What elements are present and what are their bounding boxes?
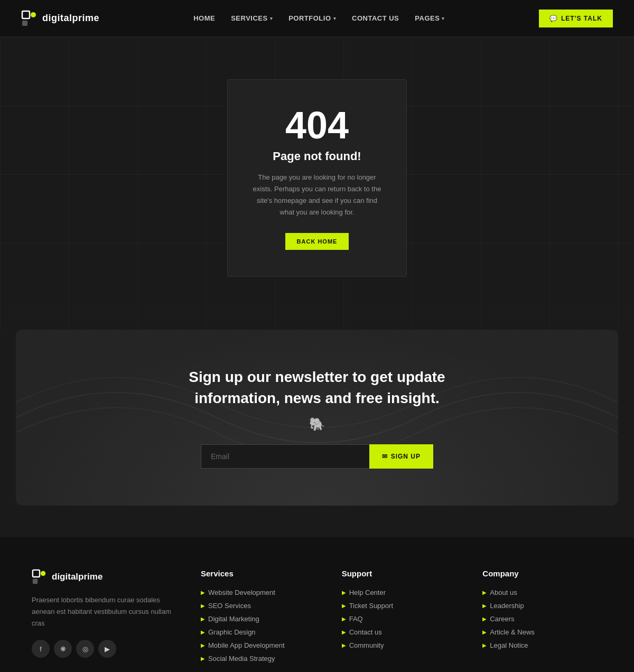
- arrow-icon: ▶: [482, 590, 487, 595]
- arrow-icon: ▶: [342, 616, 346, 622]
- svg-rect-2: [22, 21, 27, 26]
- header: digitalprime HOME SERVICES ▾ PORTFOLIO ▾…: [0, 0, 634, 37]
- footer-logo[interactable]: digitalprime: [32, 569, 180, 585]
- social-icons: f ❋ ◎ ▶: [32, 640, 180, 658]
- svg-point-1: [31, 12, 36, 17]
- footer-company-title: Company: [482, 569, 602, 578]
- logo-icon: [21, 10, 38, 27]
- arrow-icon: ▶: [342, 629, 346, 635]
- newsletter-section: Sign up our newsletter to get update inf…: [16, 330, 618, 505]
- nav-pages[interactable]: PAGES ▾: [415, 14, 445, 22]
- arrow-icon: ▶: [342, 590, 346, 595]
- footer-support-title: Support: [342, 569, 462, 578]
- list-item[interactable]: ▶SEO Services: [201, 602, 321, 610]
- newsletter-form: ✉ SIGN UP: [201, 444, 433, 469]
- error-title: Page not found!: [249, 150, 385, 163]
- email-input[interactable]: [201, 444, 369, 469]
- arrow-icon: ▶: [482, 603, 487, 609]
- nav-contact[interactable]: CONTACT US: [352, 14, 399, 22]
- list-item[interactable]: ▶Social Media Strategy: [201, 655, 321, 662]
- list-item[interactable]: ▶Website Development: [201, 589, 321, 596]
- newsletter-title: Sign up our newsletter to get update inf…: [180, 367, 454, 408]
- footer-tagline: Praesent lobortis bibendum curae sodales…: [32, 594, 180, 629]
- facebook-icon[interactable]: f: [32, 640, 50, 658]
- footer: digitalprime Praesent lobortis bibendum …: [0, 537, 634, 672]
- footer-support-col: Support ▶Help Center ▶Ticket Support ▶FA…: [342, 569, 462, 668]
- nav-portfolio[interactable]: PORTFOLIO ▾: [288, 14, 336, 22]
- list-item[interactable]: ▶FAQ: [342, 615, 462, 623]
- svg-point-4: [41, 571, 45, 576]
- list-item[interactable]: ▶Mobile App Development: [201, 641, 321, 649]
- footer-columns: digitalprime Praesent lobortis bibendum …: [32, 569, 602, 672]
- youtube-icon[interactable]: ▶: [98, 640, 116, 658]
- footer-services-col: Services ▶Website Development ▶SEO Servi…: [201, 569, 321, 668]
- error-description: The page you are looking for no longer e…: [249, 172, 385, 218]
- logo-text: digitalprime: [42, 13, 99, 24]
- envelope-icon: ✉: [382, 453, 388, 460]
- arrow-icon: ▶: [201, 603, 205, 609]
- list-item[interactable]: ▶Article & News: [482, 628, 602, 636]
- list-item[interactable]: ▶Contact us: [342, 628, 462, 636]
- footer-company-list: ▶About us ▶Leadership ▶Careers ▶Article …: [482, 589, 602, 649]
- back-home-button[interactable]: BACK HOME: [285, 233, 349, 250]
- signup-button[interactable]: ✉ SIGN UP: [369, 444, 433, 469]
- arrow-icon: ▶: [201, 629, 205, 635]
- error-code: 404: [249, 106, 385, 144]
- arrow-icon: ▶: [482, 616, 487, 622]
- footer-services-title: Services: [201, 569, 321, 578]
- logo[interactable]: digitalprime: [21, 10, 99, 27]
- list-item[interactable]: ▶Leadership: [482, 602, 602, 610]
- list-item[interactable]: ▶Careers: [482, 615, 602, 623]
- footer-logo-icon: [32, 569, 48, 585]
- instagram-icon[interactable]: ◎: [76, 640, 94, 658]
- arrow-icon: ▶: [201, 616, 205, 622]
- list-item[interactable]: ▶About us: [482, 589, 602, 596]
- error-card: 404 Page not found! The page you are loo…: [227, 79, 407, 277]
- chevron-down-icon: ▾: [333, 16, 337, 21]
- main-nav: HOME SERVICES ▾ PORTFOLIO ▾ CONTACT US P…: [193, 14, 445, 22]
- arrow-icon: ▶: [201, 642, 205, 648]
- svg-rect-5: [33, 579, 38, 584]
- nav-home[interactable]: HOME: [193, 14, 215, 22]
- main-content: 404 Page not found! The page you are loo…: [0, 37, 634, 330]
- arrow-icon: ▶: [201, 656, 205, 661]
- nav-services[interactable]: SERVICES ▾: [231, 14, 273, 22]
- chevron-down-icon: ▾: [270, 16, 273, 21]
- footer-company-col: Company ▶About us ▶Leadership ▶Careers ▶…: [482, 569, 602, 668]
- chevron-down-icon: ▾: [442, 16, 445, 21]
- lets-talk-button[interactable]: 💬 LET'S TALK: [539, 10, 613, 27]
- list-item[interactable]: ▶Community: [342, 641, 462, 649]
- list-item[interactable]: ▶Legal Notice: [482, 641, 602, 649]
- elephant-icon: 🐘: [37, 417, 597, 432]
- arrow-icon: ▶: [482, 642, 487, 648]
- footer-logo-text: digitalprime: [52, 572, 102, 582]
- arrow-icon: ▶: [482, 629, 487, 635]
- arrow-icon: ▶: [201, 590, 205, 595]
- footer-support-list: ▶Help Center ▶Ticket Support ▶FAQ ▶Conta…: [342, 589, 462, 649]
- chat-icon: 💬: [549, 15, 558, 22]
- arrow-icon: ▶: [342, 603, 346, 609]
- dribbble-icon[interactable]: ❋: [54, 640, 72, 658]
- list-item[interactable]: ▶Help Center: [342, 589, 462, 596]
- footer-brand-col: digitalprime Praesent lobortis bibendum …: [32, 569, 180, 668]
- svg-rect-3: [33, 570, 40, 577]
- list-item[interactable]: ▶Ticket Support: [342, 602, 462, 610]
- list-item[interactable]: ▶Digital Marketing: [201, 615, 321, 623]
- arrow-icon: ▶: [342, 642, 346, 648]
- footer-services-list: ▶Website Development ▶SEO Services ▶Digi…: [201, 589, 321, 662]
- list-item[interactable]: ▶Graphic Design: [201, 628, 321, 636]
- svg-rect-0: [22, 11, 30, 18]
